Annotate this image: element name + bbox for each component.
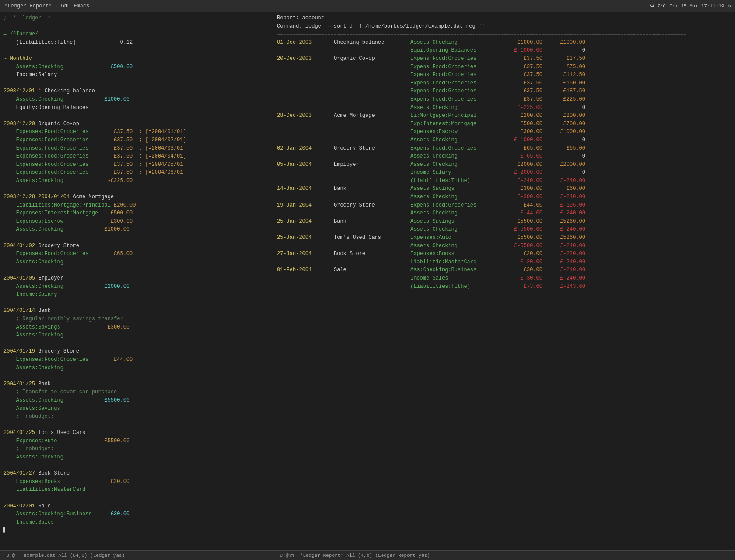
report-account: Expens:Food:Groceries — [410, 144, 502, 153]
report-row-25: Assets:Checking£-5500.00£-240.00 — [273, 242, 735, 250]
left-line-26: Assets:Checking -£1000.00 — [0, 225, 273, 234]
report-account: Expenses:Auto — [410, 234, 502, 242]
report-date — [277, 152, 334, 161]
report-account: (Liabilities:Tithe) — [410, 283, 502, 291]
left-line-45: 2004/01/25 Bank — [0, 380, 273, 388]
report-amount: £5500.00 — [502, 217, 546, 226]
gear-icon[interactable]: ⚙ — [728, 3, 731, 9]
left-line-3: (Liabilities:Tithe) 0.12 — [0, 38, 273, 47]
report-amount: £500.00 — [502, 120, 546, 128]
report-account: Equi:Opening Balances — [410, 46, 502, 55]
left-line-30: Assets:Checking — [0, 258, 273, 266]
left-line-46: ; Transfer to cover car purchase — [0, 388, 273, 396]
report-account: Expens:Food:Groceries — [410, 201, 502, 210]
left-line-15: Expenses:Food:Groceries £37.50 ; [=2004/… — [0, 136, 273, 144]
left-line-14: Expenses:Food:Groceries £37.50 ; [=2004/… — [0, 128, 273, 136]
report-amount: £-300.00 — [502, 193, 546, 201]
report-desc — [334, 87, 410, 95]
report-running: £-220.00 — [546, 250, 585, 258]
report-amount: £37.50 — [502, 55, 546, 63]
report-header2: Command: ledger --sort d -f /home/borbus… — [273, 22, 735, 31]
report-row-26: 27-Jan-2004Book StoreExpenses:Books£20.0… — [273, 250, 735, 258]
report-running: £-240.00 — [546, 258, 585, 266]
titlebar: *Ledger Report* - GNU Emacs 🌤 7°C Fri 15… — [0, 0, 735, 12]
report-desc — [334, 136, 410, 144]
left-line-23: Liabilities:Mortgage:Principal £200.00 — [0, 201, 273, 210]
report-date: 27-Jan-2004 — [277, 250, 334, 258]
left-line-28: 2004/01/02 Grocery Store — [0, 242, 273, 250]
report-desc — [334, 209, 410, 217]
left-line-44 — [0, 372, 273, 380]
left-line-6: Assets:Checking £500.00 — [0, 63, 273, 71]
report-amount: £-2000.00 — [502, 168, 546, 177]
report-desc — [334, 242, 410, 250]
report-row-19: Assets:Checking£-300.00£-240.00 — [273, 193, 735, 201]
left-line-35 — [0, 299, 273, 307]
report-amount: £-1000.00 — [502, 136, 546, 144]
left-line-50 — [0, 421, 273, 429]
left-line-39: Assets:Checking — [0, 331, 273, 340]
report-desc — [334, 168, 410, 177]
left-line-22: 2003/12/28=2004/01/01 Acme Mortgage — [0, 193, 273, 201]
left-line-52: Expenses:Auto £5500.00 — [0, 437, 273, 445]
report-desc — [334, 71, 410, 79]
main-container: ; -*- ledger -*- = /^Income/ (Liabilitie… — [0, 12, 735, 550]
report-amount: £44.00 — [502, 201, 546, 210]
report-desc: Book Store — [334, 250, 410, 258]
report-amount: £200.00 — [502, 112, 546, 120]
report-date — [277, 283, 334, 291]
report-row-7: Expens:Food:Groceries£37.50£225.00 — [273, 95, 735, 104]
report-row-14: Assets:Checking£-65.000 — [273, 152, 735, 161]
report-desc — [334, 79, 410, 88]
report-row-11: Expenses:Escrow£300.00£1000.00 — [273, 128, 735, 136]
left-line-40 — [0, 340, 273, 348]
report-desc — [334, 193, 410, 201]
left-line-2: = /^Income/ — [0, 30, 273, 38]
report-desc: Tom's Used Cars — [334, 234, 410, 242]
report-amount: £2000.00 — [502, 161, 546, 169]
left-content: ; -*- ledger -*- = /^Income/ (Liabilitie… — [0, 14, 273, 535]
left-line-54: Assets:Checking — [0, 453, 273, 462]
report-running: £60.00 — [546, 185, 585, 193]
report-account: Income:Salary — [410, 168, 502, 177]
left-pane: ; -*- ledger -*- = /^Income/ (Liabilitie… — [0, 12, 273, 550]
report-desc — [334, 120, 410, 128]
report-row-18: 14-Jan-2004BankAssets:Savings£300.00£60.… — [273, 185, 735, 193]
report-date — [277, 258, 334, 266]
report-desc: Employer — [334, 161, 410, 169]
left-line-29: Expenses:Food:Groceries £65.00 — [0, 250, 273, 258]
report-amount: £-44.00 — [502, 209, 546, 217]
report-date — [277, 87, 334, 95]
left-line-20: Assets:Checking -£225.00 — [0, 177, 273, 185]
report-row-20: 19-Jan-2004Grocery StoreExpens:Food:Groc… — [273, 201, 735, 210]
report-amount: £5500.00 — [502, 234, 546, 242]
report-date — [277, 71, 334, 79]
report-account: Assets:Checking — [410, 136, 502, 144]
report-date — [277, 120, 334, 128]
report-running: £5260.00 — [546, 217, 585, 226]
left-line-8 — [0, 79, 273, 88]
report-amount: £-5500.00 — [502, 225, 546, 234]
left-line-58: Liabilities:MasterCard — [0, 486, 273, 494]
report-date: 05-Jan-2004 — [277, 161, 334, 169]
left-line-13: 2003/12/20 Organic Co-op — [0, 120, 273, 128]
report-amount: £-30.00 — [502, 274, 546, 283]
left-line-33: Assets:Checking £2000.00 — [0, 283, 273, 291]
report-desc: Acme Mortgage — [334, 112, 410, 120]
report-running: £150.00 — [546, 79, 585, 88]
report-row-30: (Liabilities:Tithe)£-3.60£-243.60 — [273, 283, 735, 291]
left-line-47: Assets:Checking £5500.00 — [0, 396, 273, 405]
report-amount: £37.50 — [502, 87, 546, 95]
report-running: £-240.00 — [546, 177, 585, 185]
report-running: £-240.00 — [546, 274, 585, 283]
report-amount: £30.00 — [502, 266, 546, 274]
statusbar-right: -U:@%%- *Ledger Report* All (4,0) (Ledge… — [273, 553, 735, 558]
left-line-5: ~ Monthly — [0, 55, 273, 63]
report-row-5: Expens:Food:Groceries£37.50£150.00 — [273, 79, 735, 88]
report-row-29: Income:Sales£-30.00£-240.00 — [273, 274, 735, 283]
report-desc — [334, 104, 410, 112]
left-line-63: ▌ — [0, 526, 273, 535]
left-line-34: Income:Salary — [0, 290, 273, 299]
report-date — [277, 79, 334, 88]
left-line-25: Expenses:Escrow £300.00 — [0, 217, 273, 226]
